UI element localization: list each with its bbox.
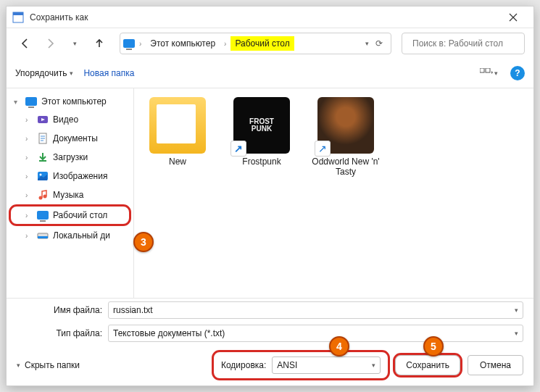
back-button[interactable]: [15, 33, 36, 54]
window-title: Сохранить как: [30, 12, 499, 22]
chevron-down-icon[interactable]: ▾: [365, 40, 369, 47]
pc-icon: [25, 97, 37, 106]
bottom-panel: Имя файла: russian.txt ▾ Тип файла: Текс…: [7, 298, 533, 385]
sidebar-item-music[interactable]: ›Музыка: [7, 185, 133, 204]
app-thumb: ↗: [317, 97, 374, 154]
encoding-row: Кодировка: ANSI ▾: [214, 352, 388, 378]
chevron-down-icon[interactable]: ▾: [515, 330, 518, 337]
file-label: Oddworld New 'n' Tasty: [310, 157, 382, 178]
sidebar: ▾ Этот компьютер ›Видео ›Документы ›Загр…: [7, 88, 134, 298]
disk-icon: [37, 230, 49, 241]
step-badge-5: 5: [423, 336, 444, 356]
cancel-button[interactable]: Отмена: [468, 355, 523, 375]
new-folder-button[interactable]: Новая папка: [83, 68, 134, 78]
search-input[interactable]: [412, 38, 521, 49]
save-button[interactable]: Сохранить: [395, 355, 460, 375]
shortcut-icon: ↗: [315, 141, 331, 157]
file-item-shortcut[interactable]: FROSTPUNK↗ Frostpunk: [224, 97, 299, 167]
svg-rect-4: [486, 68, 490, 72]
up-button[interactable]: [89, 33, 109, 54]
filename-input[interactable]: russian.txt ▾: [108, 301, 523, 319]
step-badge-4: 4: [329, 336, 349, 356]
app-icon: [12, 12, 24, 23]
close-button[interactable]: [499, 7, 528, 28]
organize-menu[interactable]: Упорядочить ▾: [15, 68, 73, 78]
sidebar-item-desktop[interactable]: ›Рабочий стол: [11, 207, 129, 224]
encoding-select[interactable]: ANSI ▾: [272, 356, 381, 374]
encoding-label: Кодировка:: [221, 360, 266, 370]
toolbar: Упорядочить ▾ Новая папка ▾ ?: [7, 59, 533, 88]
save-as-dialog: Сохранить как ▾ › Этот компьютер › Рабоч…: [6, 6, 534, 386]
file-label: Frostpunk: [242, 157, 281, 167]
search-box[interactable]: [402, 33, 525, 54]
chevron-down-icon: ▾: [14, 98, 21, 106]
sidebar-label: Этот компьютер: [41, 96, 107, 107]
pc-icon: [123, 39, 135, 48]
svg-rect-12: [38, 236, 48, 238]
chevron-down-icon[interactable]: ▾: [515, 306, 518, 314]
file-label: New: [169, 157, 186, 167]
sidebar-item-pictures[interactable]: ›Изображения: [7, 167, 133, 185]
svg-rect-3: [480, 68, 484, 72]
shortcut-icon: ↗: [230, 141, 246, 157]
forward-button[interactable]: [40, 33, 60, 54]
chevron-right-icon: ›: [136, 40, 144, 48]
music-icon: [37, 189, 49, 201]
video-icon: [37, 114, 49, 125]
desktop-icon: [37, 211, 49, 220]
svg-point-8: [40, 174, 42, 176]
chevron-down-icon: ▾: [17, 362, 20, 369]
sidebar-item-documents[interactable]: ›Документы: [7, 129, 133, 148]
folder-icon: [149, 97, 206, 154]
view-options-button[interactable]: ▾: [477, 63, 500, 83]
breadcrumb[interactable]: › Этот компьютер › Рабочий стол ▾ ⟳: [120, 33, 391, 54]
image-icon: [37, 170, 49, 182]
app-thumb: FROSTPUNK↗: [233, 97, 290, 154]
refresh-icon[interactable]: ⟳: [370, 38, 388, 49]
recent-dropdown[interactable]: ▾: [65, 33, 85, 54]
filetype-label: Тип файла:: [17, 328, 102, 338]
help-button[interactable]: ?: [510, 66, 525, 80]
step-badge-3: 3: [133, 232, 154, 252]
breadcrumb-seg-desktop[interactable]: Рабочий стол: [230, 36, 294, 51]
breadcrumb-seg-computer[interactable]: Этот компьютер: [146, 36, 220, 51]
file-list: New FROSTPUNK↗ Frostpunk ↗ Oddworld New …: [134, 88, 533, 298]
svg-rect-1: [13, 12, 23, 15]
sidebar-item-downloads[interactable]: ›Загрузки: [7, 148, 133, 167]
sidebar-item-localdisk[interactable]: ›Локальный ди: [7, 226, 133, 245]
file-item-shortcut[interactable]: ↗ Oddworld New 'n' Tasty: [308, 97, 383, 178]
chevron-right-icon: ›: [221, 40, 229, 48]
svg-point-10: [43, 195, 47, 199]
hide-folders-toggle[interactable]: ▾ Скрыть папки: [17, 360, 80, 370]
chevron-down-icon[interactable]: ▾: [372, 362, 375, 369]
nav-row: ▾ › Этот компьютер › Рабочий стол ▾ ⟳: [7, 28, 533, 59]
filetype-select[interactable]: Текстовые документы (*.txt) ▾: [108, 325, 523, 342]
file-item-folder[interactable]: New: [140, 97, 215, 167]
download-icon: [37, 151, 49, 163]
titlebar: Сохранить как: [7, 7, 533, 28]
sidebar-item-video[interactable]: ›Видео: [7, 110, 133, 129]
sidebar-item-computer[interactable]: ▾ Этот компьютер: [7, 93, 133, 110]
filename-label: Имя файла:: [17, 305, 102, 315]
document-icon: [37, 133, 49, 144]
